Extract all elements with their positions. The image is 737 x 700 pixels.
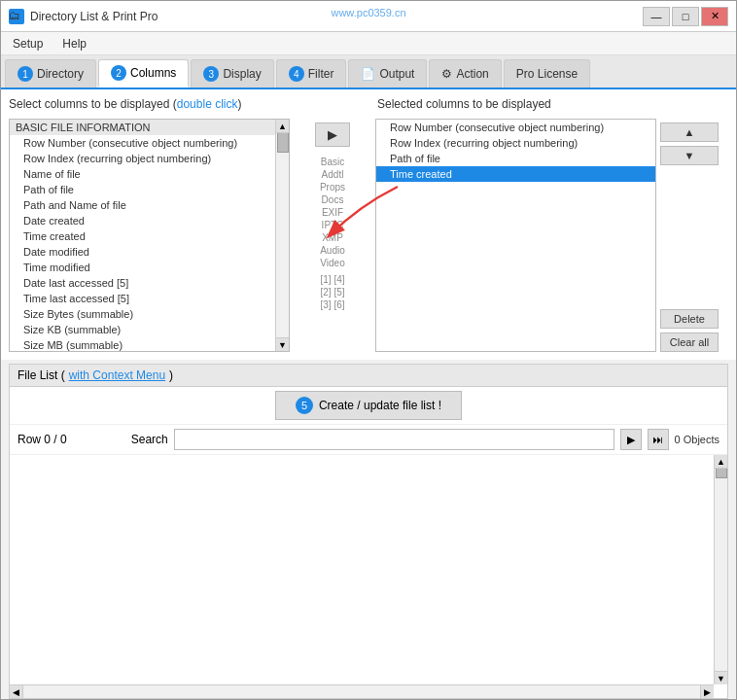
right-side-buttons: ▲ ▼ Delete Clear all xyxy=(660,119,728,352)
right-item-rownumber[interactable]: Row Number (consecutive object numbering… xyxy=(376,120,655,135)
left-item-sizemb[interactable]: Size MB (summable) xyxy=(10,337,289,352)
move-up-button[interactable]: ▲ xyxy=(660,122,719,142)
search-input[interactable] xyxy=(174,429,614,450)
cat-iptc: IPTC xyxy=(322,220,344,230)
bracket-3: [3] [6] xyxy=(320,299,344,310)
tab-display[interactable]: 3 Display xyxy=(191,59,273,88)
columns-content: Select columns to be displayed (double c… xyxy=(1,89,736,360)
left-item-name[interactable]: Name of file xyxy=(10,166,289,182)
watermark: www.pc0359.cn xyxy=(331,7,405,18)
search-label: Search xyxy=(131,433,168,446)
h-scroll-left[interactable]: ◀ xyxy=(10,685,23,698)
tab-num-2: 2 xyxy=(111,65,126,81)
tab-directory[interactable]: 1 Directory xyxy=(5,59,96,88)
row-label: Row 0 / 0 xyxy=(18,433,67,446)
tab-action[interactable]: ⚙ Action xyxy=(429,59,501,88)
title-bar-controls: — □ ✕ xyxy=(643,7,728,26)
main-window: 🗂 Directory List & Print Pro www.pc0359.… xyxy=(0,0,737,700)
tab-filter[interactable]: 4 Filter xyxy=(276,59,347,88)
bracket-2: [2] [5] xyxy=(320,287,344,298)
tab-prolicense[interactable]: Pro License xyxy=(504,59,590,88)
cat-xmp: XMP xyxy=(322,232,343,243)
left-item-path[interactable]: Path of file xyxy=(10,182,289,197)
right-item-timecreated[interactable]: Time created xyxy=(376,166,655,182)
left-item-rownumber[interactable]: Row Number (consecutive object numbering… xyxy=(10,135,289,151)
cat-audio: Audio xyxy=(320,245,345,256)
body-scroll-up[interactable]: ▲ xyxy=(715,455,727,469)
fast-forward-button[interactable]: ⏭ xyxy=(648,429,669,450)
left-header-basic: BASIC FILE INFORMATION xyxy=(10,120,289,135)
close-button[interactable]: ✕ xyxy=(701,7,728,26)
body-scrollbar-h[interactable]: ◀ ▶ xyxy=(10,684,714,698)
menu-help[interactable]: Help xyxy=(58,37,90,51)
delete-button[interactable]: Delete xyxy=(660,309,719,329)
left-item-dateaccessed[interactable]: Date last accessed [5] xyxy=(10,275,289,291)
tab-label-columns: Columns xyxy=(130,66,176,80)
middle-controls: ▶ Basic Addtl Props Docs EXIF IPTC XMP A… xyxy=(294,119,371,352)
play-button[interactable]: ▶ xyxy=(620,429,642,450)
body-scroll-down[interactable]: ▼ xyxy=(715,671,727,684)
left-item-timeaccessed[interactable]: Time last accessed [5] xyxy=(10,291,289,306)
window-title: Directory List & Print Pro xyxy=(30,10,158,23)
tabs-bar: 1 Directory 2 Columns 3 Display 4 Filter… xyxy=(1,55,736,89)
file-list-body[interactable]: ▲ ▼ ◀ ▶ xyxy=(10,454,727,698)
menu-bar: Setup Help xyxy=(1,32,736,55)
tab-label-prolicense: Pro License xyxy=(516,67,578,81)
left-item-timemodified[interactable]: Time modified xyxy=(10,260,289,275)
tab-columns[interactable]: 2 Columns xyxy=(98,59,189,88)
cat-video: Video xyxy=(320,258,344,268)
tab-label-action: Action xyxy=(456,67,488,81)
tab-num-4: 4 xyxy=(289,66,304,82)
search-row: Row 0 / 0 Search ▶ ⏭ 0 Objects xyxy=(10,424,727,454)
left-item-timecreated[interactable]: Time created xyxy=(10,228,289,244)
scroll-down-btn[interactable]: ▼ xyxy=(276,337,289,351)
left-scrollbar[interactable]: ▲ ▼ xyxy=(275,120,289,351)
create-btn-num: 5 xyxy=(296,397,313,414)
title-bar-left: 🗂 Directory List & Print Pro xyxy=(9,9,158,24)
menu-setup[interactable]: Setup xyxy=(9,37,47,51)
left-item-rowindex[interactable]: Row Index (recurring object numbering) xyxy=(10,151,289,166)
file-list-header: File List ( with Context Menu ) xyxy=(10,365,727,387)
right-item-rowindex[interactable]: Row Index (recurring object numbering) xyxy=(376,135,655,151)
double-click-link[interactable]: double click xyxy=(177,97,238,111)
cat-exif: EXIF xyxy=(322,207,343,218)
objects-count: 0 Objects xyxy=(675,434,719,445)
tab-num-1: 1 xyxy=(18,66,33,82)
left-item-pathandname[interactable]: Path and Name of file xyxy=(10,197,289,213)
tab-label-output: Output xyxy=(379,67,414,81)
file-list-label: File List ( xyxy=(18,368,65,382)
file-list-label-close: ) xyxy=(169,368,173,382)
output-icon: 📄 xyxy=(361,67,375,81)
file-list-section: File List ( with Context Menu ) 5 Create… xyxy=(9,364,728,699)
title-bar: 🗂 Directory List & Print Pro www.pc0359.… xyxy=(1,1,736,32)
cat-docs: Docs xyxy=(322,194,344,205)
create-btn-label: Create / update file list ! xyxy=(319,399,441,412)
add-column-button[interactable]: ▶ xyxy=(315,122,350,147)
bracket-1: [1] [4] xyxy=(320,274,344,285)
clear-all-button[interactable]: Clear all xyxy=(660,332,719,352)
body-scrollbar-v[interactable]: ▲ ▼ xyxy=(714,455,727,684)
left-item-datemodified[interactable]: Date modified xyxy=(10,244,289,260)
left-item-sizekb[interactable]: Size KB (summable) xyxy=(10,322,289,337)
left-item-datecreated[interactable]: Date created xyxy=(10,213,289,228)
create-btn-row: 5 Create / update file list ! xyxy=(10,387,727,424)
tab-output[interactable]: 📄 Output xyxy=(348,59,427,88)
left-panel-label: Select columns to be displayed (double c… xyxy=(9,97,284,111)
context-menu-link[interactable]: with Context Menu xyxy=(69,368,165,382)
right-list-panel[interactable]: Row Number (consecutive object numbering… xyxy=(375,119,656,352)
tab-num-3: 3 xyxy=(203,66,219,82)
cat-props: Props xyxy=(320,182,345,192)
left-list-panel[interactable]: BASIC FILE INFORMATION Row Number (conse… xyxy=(9,119,290,352)
scroll-up-btn[interactable]: ▲ xyxy=(276,120,289,133)
move-down-button[interactable]: ▼ xyxy=(660,146,719,165)
create-file-list-button[interactable]: 5 Create / update file list ! xyxy=(275,391,462,420)
right-item-path[interactable]: Path of file xyxy=(376,151,655,166)
cat-addtl: Addtl xyxy=(322,169,344,180)
maximize-button[interactable]: □ xyxy=(672,7,699,26)
h-scroll-right[interactable]: ▶ xyxy=(700,685,714,698)
right-panel-label: Selected columns to be displayed xyxy=(377,97,652,111)
cat-basic: Basic xyxy=(321,157,344,167)
minimize-button[interactable]: — xyxy=(643,7,670,26)
left-item-sizebytes[interactable]: Size Bytes (summable) xyxy=(10,306,289,322)
tab-label-filter: Filter xyxy=(308,67,334,81)
